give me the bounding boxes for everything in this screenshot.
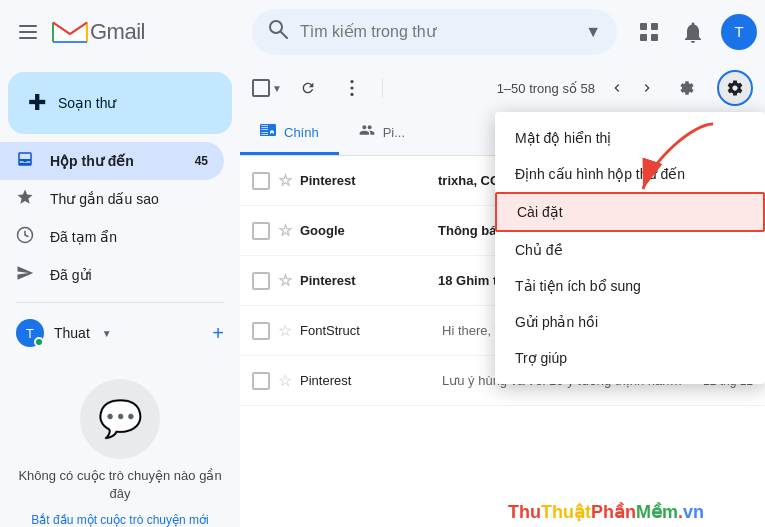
chat-start-link[interactable]: Bắt đầu một cuộc trò chuyện mới — [31, 513, 208, 527]
notification-button[interactable] — [673, 12, 713, 52]
svg-line-4 — [281, 32, 287, 38]
svg-point-13 — [350, 93, 353, 96]
star-icon — [16, 188, 36, 211]
compose-plus-icon: ✚ — [28, 90, 46, 116]
send-icon — [16, 264, 36, 287]
email-sender: Pinterest — [300, 273, 430, 288]
search-bar[interactable]: ▼ — [252, 9, 617, 55]
email-star[interactable]: ☆ — [278, 271, 292, 290]
tab-main-icon — [260, 122, 276, 142]
pagination-text: 1–50 trong số 58 — [497, 81, 595, 96]
main-layout: ✚ Soạn thư Hộp thư đến 45 Thư gắn dấu sa… — [0, 64, 765, 527]
svg-rect-6 — [651, 23, 658, 30]
app-grid-button[interactable] — [629, 12, 669, 52]
nav-item-inbox[interactable]: Hộp thư đến 45 — [0, 142, 224, 180]
svg-rect-1 — [19, 31, 37, 33]
refresh-button[interactable] — [290, 70, 326, 106]
email-area: ▼ 1–50 trong số 58 — [240, 64, 765, 527]
clock-icon — [16, 226, 36, 249]
dropdown-item-theme[interactable]: Chủ đề — [495, 232, 765, 268]
nav-label-sent: Đã gửi — [50, 267, 92, 283]
tab-social-label: Pi... — [383, 125, 405, 140]
add-account-icon[interactable]: + — [212, 322, 224, 345]
chat-area: 💬 Không có cuộc trò chuyện nào gần đây B… — [0, 367, 240, 527]
tab-social[interactable]: Pi... — [339, 112, 425, 155]
search-input[interactable] — [300, 23, 573, 41]
dropdown-item-density[interactable]: Mật độ hiển thị — [495, 120, 765, 156]
next-page-button[interactable] — [633, 74, 661, 102]
email-sender: Pinterest — [300, 373, 430, 388]
gmail-label: Gmail — [90, 19, 145, 45]
email-star[interactable]: ☆ — [278, 171, 292, 190]
chat-empty-icon: 💬 — [80, 379, 160, 459]
user-name: Thuat — [54, 325, 90, 341]
settings-gear-button[interactable] — [717, 70, 753, 106]
dropdown-item-feedback[interactable]: Gửi phản hồi — [495, 304, 765, 340]
nav-item-drafts[interactable]: Đã tạm ẩn — [0, 218, 224, 256]
email-checkbox[interactable] — [252, 272, 270, 290]
settings-dropdown: Mật độ hiển thị Định cấu hình hộp thư đế… — [495, 112, 765, 384]
more-options-button[interactable] — [334, 70, 370, 106]
svg-rect-8 — [651, 34, 658, 41]
nav-label-starred: Thư gắn dấu sao — [50, 191, 159, 207]
email-checkbox[interactable] — [252, 172, 270, 190]
sidebar: ✚ Soạn thư Hộp thư đến 45 Thư gắn dấu sa… — [0, 64, 240, 527]
svg-point-12 — [350, 86, 353, 89]
dropdown-caret: ▼ — [102, 328, 112, 339]
email-checkbox[interactable] — [252, 322, 270, 340]
email-checkbox[interactable] — [252, 222, 270, 240]
email-toolbar: ▼ 1–50 trong số 58 — [240, 64, 765, 112]
nav-label-inbox: Hộp thư đến — [50, 153, 134, 169]
inbox-badge: 45 — [195, 154, 208, 168]
svg-rect-5 — [640, 23, 647, 30]
toolbar-divider — [382, 78, 383, 98]
user-avatar[interactable]: T — [721, 14, 757, 50]
nav-item-starred[interactable]: Thư gắn dấu sao — [0, 180, 224, 218]
page-nav — [603, 74, 661, 102]
tab-main[interactable]: Chính — [240, 112, 339, 155]
compose-label: Soạn thư — [58, 95, 116, 111]
logo-area: Gmail — [8, 12, 248, 52]
topbar: Gmail ▼ T — [0, 0, 765, 64]
email-star[interactable]: ☆ — [278, 221, 292, 240]
user-avatar-small: T — [16, 319, 44, 347]
inbox-icon — [16, 150, 36, 173]
svg-rect-7 — [640, 34, 647, 41]
svg-rect-2 — [19, 37, 37, 39]
dropdown-item-settings[interactable]: Cài đặt — [495, 192, 765, 232]
svg-rect-0 — [19, 25, 37, 27]
chat-empty-text: Không có cuộc trò chuyện nào gần đây — [16, 467, 224, 503]
tab-social-icon — [359, 122, 375, 142]
email-sender: FontStruct — [300, 323, 430, 338]
compose-button[interactable]: ✚ Soạn thư — [8, 72, 232, 134]
svg-point-3 — [270, 21, 282, 33]
gmail-logo: Gmail — [52, 18, 145, 46]
pagination: 1–50 trong số 58 — [497, 74, 661, 102]
select-all-check[interactable]: ▼ — [252, 79, 282, 97]
select-caret[interactable]: ▼ — [272, 83, 282, 94]
online-dot — [34, 337, 44, 347]
select-all-checkbox[interactable] — [252, 79, 270, 97]
email-settings-icon — [669, 70, 705, 106]
sidebar-divider — [16, 302, 224, 303]
dropdown-item-help[interactable]: Trợ giúp — [495, 340, 765, 376]
tab-main-label: Chính — [284, 125, 319, 140]
topbar-icons: T — [629, 12, 757, 52]
accounts-section[interactable]: T Thuat ▼ + — [0, 311, 240, 355]
email-sender: Pinterest — [300, 173, 430, 188]
search-icon — [268, 19, 288, 44]
hamburger-icon[interactable] — [8, 12, 48, 52]
email-checkbox[interactable] — [252, 372, 270, 390]
email-sender: Google — [300, 223, 430, 238]
nav-label-drafts: Đã tạm ẩn — [50, 229, 117, 245]
email-star[interactable]: ☆ — [278, 371, 292, 390]
prev-page-button[interactable] — [603, 74, 631, 102]
nav-item-sent[interactable]: Đã gửi — [0, 256, 224, 294]
dropdown-item-addons[interactable]: Tải tiện ích bổ sung — [495, 268, 765, 304]
search-dropdown-icon[interactable]: ▼ — [585, 23, 601, 41]
svg-point-11 — [350, 80, 353, 83]
dropdown-item-configure[interactable]: Định cấu hình hộp thư đến — [495, 156, 765, 192]
email-star[interactable]: ☆ — [278, 321, 292, 340]
